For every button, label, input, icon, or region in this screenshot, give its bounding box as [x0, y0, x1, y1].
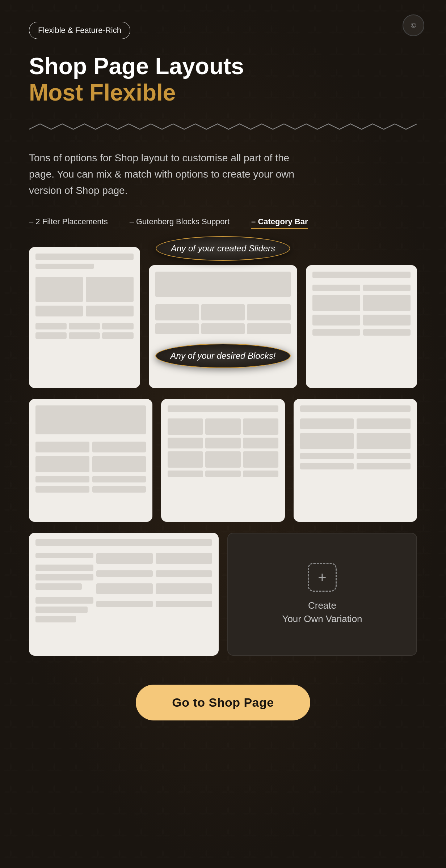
layouts-grid-top: Any of your created Sliders [29, 247, 417, 388]
create-label: Create Your Own Variation [282, 599, 362, 625]
feature-tags-row: – 2 Filter Placcements – Gutenberg Block… [29, 217, 417, 229]
layout-card-6[interactable] [294, 399, 417, 522]
description-text: Tons of options for Shop layout to custo… [29, 150, 311, 199]
layout-card-1[interactable] [29, 247, 140, 388]
layout-card-7[interactable] [29, 533, 219, 656]
page-title-line1: Shop Page Layouts [29, 54, 417, 79]
go-to-shop-button[interactable]: Go to Shop Page [136, 685, 310, 720]
feature-tag-1: – Gutenberg Blocks Support [130, 217, 230, 229]
feature-tag-2-active: – Category Bar [251, 217, 308, 229]
cta-section: Go to Shop Page [29, 685, 417, 720]
tooltip-blocks: Any of your desired Blocks! [155, 344, 291, 368]
feature-badge: Flexible & Feature-Rich [29, 22, 130, 39]
layout-card-5[interactable] [161, 399, 285, 522]
layouts-grid-bottom: + Create Your Own Variation [29, 533, 417, 656]
layout-card-create[interactable]: + Create Your Own Variation [227, 533, 417, 656]
layout-card-4[interactable] [29, 399, 152, 522]
zigzag-divider [29, 121, 417, 132]
page-title-line2: Most Flexible [29, 79, 417, 107]
create-plus-icon: + [308, 563, 337, 592]
tooltip-sliders: Any of your created Sliders [156, 236, 290, 261]
layouts-grid-middle [29, 399, 417, 522]
layout-card-2[interactable]: Any of your desired Blocks! [149, 265, 298, 388]
layout-card-3[interactable] [306, 265, 417, 388]
badge-label: Flexible & Feature-Rich [38, 26, 121, 35]
feature-tag-0: – 2 Filter Placcements [29, 217, 108, 229]
logo-icon: © [403, 14, 424, 36]
